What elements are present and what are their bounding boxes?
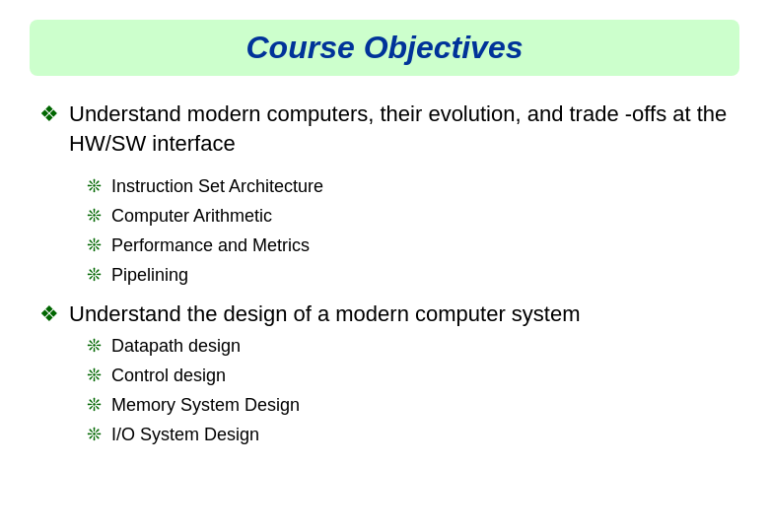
sub-bullet-2a: ❊ Datapath design	[87, 335, 730, 357]
sub-bullet-1a-text: Instruction Set Architecture	[111, 176, 323, 197]
sub-bullet-1c-text: Performance and Metrics	[111, 235, 310, 256]
main-bullet-1: ❖ Understand modern computers, their evo…	[39, 100, 730, 158]
asterisk-icon-2d: ❊	[87, 424, 102, 445]
asterisk-icon-2b: ❊	[87, 365, 102, 386]
sub-bullet-1a: ❊ Instruction Set Architecture	[87, 175, 730, 197]
main-bullet-2-text: Understand the design of a modern comput…	[69, 299, 581, 329]
sub-bullet-2c: ❊ Memory System Design	[87, 394, 730, 416]
asterisk-icon-2a: ❊	[87, 335, 102, 357]
asterisk-icon-1c: ❊	[87, 234, 102, 256]
slide-content: ❖ Understand modern computers, their evo…	[30, 100, 739, 512]
asterisk-icon-1b: ❊	[87, 205, 102, 227]
sub-bullet-1b: ❊ Computer Arithmetic	[87, 205, 730, 227]
sub-bullets-1: ❊ Instruction Set Architecture ❊ Compute…	[87, 175, 730, 286]
sub-bullet-1d-text: Pipelining	[111, 265, 188, 286]
sub-bullet-2d-text: I/O System Design	[111, 425, 259, 445]
asterisk-icon-1a: ❊	[87, 175, 102, 197]
sub-bullet-1b-text: Computer Arithmetic	[111, 206, 272, 227]
sub-bullet-2d: ❊ I/O System Design	[87, 424, 730, 445]
diamond-icon-1: ❖	[39, 101, 59, 127]
diamond-icon-2: ❖	[39, 301, 59, 327]
slide: Course Objectives ❖ Understand modern co…	[0, 0, 769, 532]
sub-bullet-2b-text: Control design	[111, 366, 226, 386]
sub-bullet-1d: ❊ Pipelining	[87, 264, 730, 286]
sub-bullet-2b: ❊ Control design	[87, 365, 730, 386]
title-bar: Course Objectives	[30, 20, 739, 76]
asterisk-icon-1d: ❊	[87, 264, 102, 286]
sub-bullet-2a-text: Datapath design	[111, 336, 241, 357]
asterisk-icon-2c: ❊	[87, 394, 102, 416]
sub-bullet-2c-text: Memory System Design	[111, 395, 300, 416]
sub-bullet-1c: ❊ Performance and Metrics	[87, 234, 730, 256]
main-bullet-2: ❖ Understand the design of a modern comp…	[39, 299, 730, 329]
main-bullet-1-text: Understand modern computers, their evolu…	[69, 100, 730, 158]
sub-bullets-2: ❊ Datapath design ❊ Control design ❊ Mem…	[87, 335, 730, 445]
slide-title: Course Objectives	[49, 30, 720, 66]
